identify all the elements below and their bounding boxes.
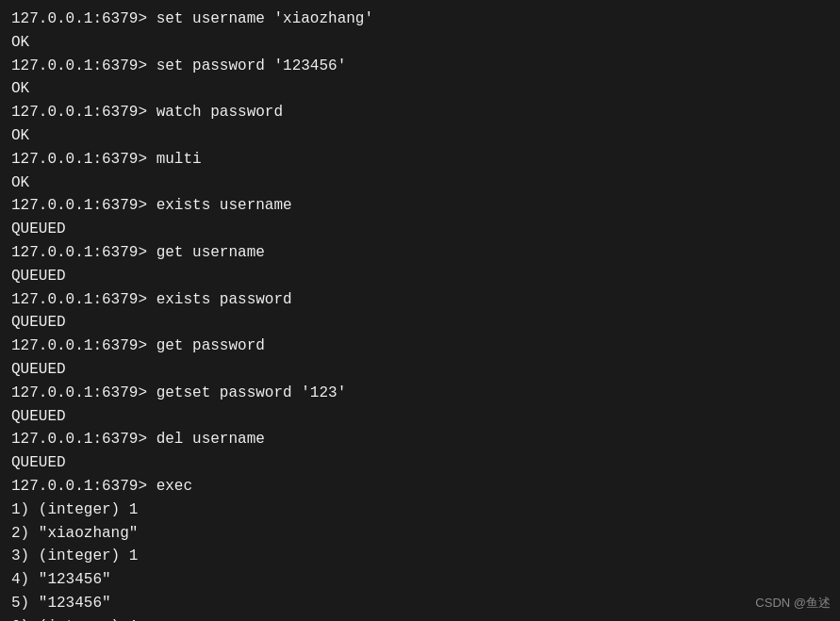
terminal-line: 6) (integer) 1 [11, 615, 829, 621]
terminal-line: 127.0.0.1:6379> set username 'xiaozhang' [11, 8, 829, 31]
terminal-line: 5) "123456" [11, 592, 829, 615]
terminal-line: 127.0.0.1:6379> watch password [11, 101, 829, 124]
terminal-line: 127.0.0.1:6379> multi [11, 148, 829, 172]
terminal-line: QUEUED [11, 405, 829, 429]
terminal-line: OK [11, 172, 829, 195]
terminal-line: 127.0.0.1:6379> del username [11, 428, 829, 451]
terminal-line: 127.0.0.1:6379> exists password [11, 288, 829, 312]
terminal-line: QUEUED [11, 451, 829, 475]
terminal-line: 127.0.0.1:6379> getset password '123' [11, 382, 829, 405]
terminal-line: 127.0.0.1:6379> exists username [11, 194, 829, 218]
terminal-line: 127.0.0.1:6379> get password [11, 335, 829, 358]
terminal-line: OK [11, 31, 829, 55]
terminal-line: 1) (integer) 1 [11, 498, 829, 522]
terminal-line: 3) (integer) 1 [11, 545, 829, 568]
terminal-line: QUEUED [11, 311, 829, 335]
terminal-line: 127.0.0.1:6379> exec [11, 475, 829, 498]
terminal-line: OK [11, 77, 829, 101]
terminal-line: QUEUED [11, 358, 829, 382]
terminal-line: 127.0.0.1:6379> get username [11, 241, 829, 265]
terminal-line: QUEUED [11, 265, 829, 288]
terminal-line: 4) "123456" [11, 568, 829, 592]
terminal-line: 2) "xiaozhang" [11, 522, 829, 546]
terminal-line: QUEUED [11, 218, 829, 241]
terminal-line: 127.0.0.1:6379> set password '123456' [11, 55, 829, 78]
terminal-content: 127.0.0.1:6379> set username 'xiaozhang'… [11, 8, 829, 621]
watermark: CSDN @鱼述 [755, 595, 831, 612]
terminal-window: 127.0.0.1:6379> set username 'xiaozhang'… [0, 0, 840, 621]
terminal-line: OK [11, 124, 829, 148]
